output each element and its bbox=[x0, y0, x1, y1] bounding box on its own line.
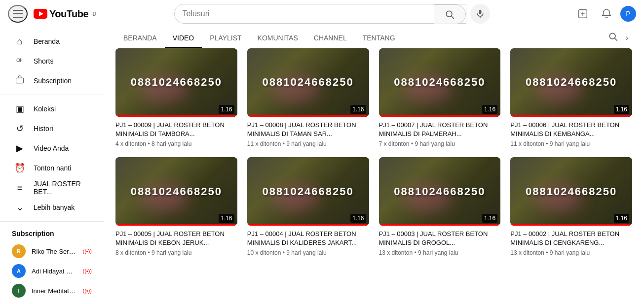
thumb-number-1: 0881024668250 bbox=[263, 76, 354, 89]
video-meta-2: 7 x ditonton • 9 hari yang lalu bbox=[379, 140, 501, 147]
mic-button[interactable] bbox=[470, 4, 490, 24]
video-info-2: PJ1 – 00007 | JUAL ROSTER BETON MINIMALI… bbox=[379, 117, 501, 147]
video-thumbnail-6: 0881024668250 1.16 bbox=[379, 157, 501, 226]
video-info-3: PJ1 – 00006 | JUAL ROSTER BETON MINIMALI… bbox=[510, 117, 632, 147]
thumb-duration-4: 1.16 bbox=[219, 214, 234, 223]
bell-icon bbox=[601, 8, 612, 19]
video-thumbnail-1: 0881024668250 1.16 bbox=[247, 48, 369, 117]
search-input[interactable] bbox=[175, 4, 434, 23]
video-thumbnail-0: 0881024668250 1.16 bbox=[115, 48, 237, 117]
thumb-number-2: 0881024668250 bbox=[394, 76, 485, 89]
search-area bbox=[174, 4, 490, 24]
video-card-7[interactable]: 0881024668250 1.16 PJ1 – 00002 | JUAL RO… bbox=[510, 157, 632, 256]
video-card-2[interactable]: 0881024668250 1.16 PJ1 – 00007 | JUAL RO… bbox=[379, 48, 501, 147]
create-icon bbox=[577, 8, 588, 19]
youtube-logo[interactable]: YouTubeID bbox=[34, 8, 96, 20]
sidebar-item-video-anda[interactable]: ▶ Video Anda bbox=[4, 138, 100, 158]
tab-search-icon[interactable] bbox=[604, 28, 622, 48]
sidebar-item-histori[interactable]: ↺ Histori bbox=[4, 119, 100, 138]
channel-tabs: BERANDA VIDEO PLAYLIST KOMUNITAS CHANNEL… bbox=[104, 28, 644, 48]
video-card-4[interactable]: 0881024668250 1.16 PJ1 – 00005 | JUAL RO… bbox=[115, 157, 237, 256]
thumb-red-bar-6 bbox=[379, 224, 501, 226]
thumb-number-4: 0881024668250 bbox=[131, 185, 222, 198]
sidebar-item-lebih-banyak[interactable]: ⌄ Lebih banyak bbox=[4, 198, 100, 217]
video-card-5[interactable]: 0881024668250 1.16 PJ1 – 00004 | JUAL RO… bbox=[247, 157, 369, 256]
video-info-4: PJ1 – 00005 | JUAL ROSTER BETON MINIMALI… bbox=[115, 226, 237, 256]
hamburger-menu[interactable] bbox=[8, 5, 28, 23]
video-title-3: PJ1 – 00006 | JUAL ROSTER BETON MINIMALI… bbox=[510, 121, 632, 138]
video-thumbnail-4: 0881024668250 1.16 bbox=[115, 157, 237, 226]
user-avatar[interactable]: P bbox=[620, 6, 636, 22]
tab-komunitas[interactable]: KOMUNITAS bbox=[250, 28, 306, 48]
sidebar-item-koleksi[interactable]: ▣ Koleksi bbox=[4, 99, 100, 119]
thumb-red-bar-7 bbox=[510, 224, 632, 226]
sub-avatar-riko: R bbox=[12, 244, 26, 258]
video-card-6[interactable]: 0881024668250 1.16 PJ1 – 00003 | JUAL RO… bbox=[379, 157, 501, 256]
sidebar-item-tonton-nanti[interactable]: ⏰ Tonton nanti bbox=[4, 158, 100, 178]
thumb-duration-6: 1.16 bbox=[482, 214, 497, 223]
tabs-next-arrow[interactable]: › bbox=[622, 30, 632, 46]
sidebar-label-lebih-banyak: Lebih banyak bbox=[34, 203, 75, 211]
thumb-red-bar-4 bbox=[115, 224, 237, 226]
thumb-duration-0: 1.16 bbox=[219, 105, 234, 114]
tab-tentang[interactable]: TENTANG bbox=[355, 28, 403, 48]
sidebar-item-subscription[interactable]: Subscription bbox=[4, 71, 100, 91]
video-title-0: PJ1 – 00009 | JUAL ROSTER BETON MINIMALI… bbox=[115, 121, 237, 138]
video-meta-7: 13 x ditonton • 9 hari yang lalu bbox=[510, 249, 632, 256]
sidebar-label-beranda: Beranda bbox=[34, 37, 60, 45]
video-anda-icon: ▶ bbox=[14, 143, 26, 154]
sub-avatar-adi: A bbox=[12, 264, 26, 278]
video-card-1[interactable]: 0881024668250 1.16 PJ1 – 00008 | JUAL RO… bbox=[247, 48, 369, 147]
sidebar-item-shorts[interactable]: Shorts bbox=[4, 51, 100, 71]
create-button[interactable] bbox=[573, 4, 593, 24]
sidebar-label-tonton-nanti: Tonton nanti bbox=[34, 164, 71, 172]
video-card-3[interactable]: 0881024668250 1.16 PJ1 – 00006 | JUAL RO… bbox=[510, 48, 632, 147]
tab-video[interactable]: VIDEO bbox=[165, 28, 202, 48]
sidebar-label-subscription: Subscription bbox=[34, 77, 72, 85]
main-content: BERANDA VIDEO PLAYLIST KOMUNITAS CHANNEL… bbox=[104, 28, 644, 304]
thumb-number-7: 0881024668250 bbox=[526, 185, 617, 198]
thumb-duration-2: 1.16 bbox=[482, 105, 497, 114]
sidebar-sub-inner[interactable]: I Inner Meditation ... ((•)) bbox=[4, 281, 100, 301]
sub-name-inner: Inner Meditation ... bbox=[32, 287, 76, 295]
sub-avatar-inner: I bbox=[12, 284, 26, 298]
sidebar-sub-adi[interactable]: A Adi Hidayat Offici... ((•)) bbox=[4, 261, 100, 281]
thumb-duration-3: 1.16 bbox=[614, 105, 629, 114]
svg-line-3 bbox=[452, 16, 454, 19]
video-card-0[interactable]: 0881024668250 1.16 PJ1 – 00009 | JUAL RO… bbox=[115, 48, 237, 147]
thumb-duration-1: 1.16 bbox=[350, 105, 366, 114]
sidebar-label-video-anda: Video Anda bbox=[34, 144, 69, 152]
tab-channel[interactable]: CHANNEL bbox=[306, 28, 355, 48]
home-icon: ⌂ bbox=[14, 36, 26, 47]
video-title-2: PJ1 – 00007 | JUAL ROSTER BETON MINIMALI… bbox=[379, 121, 501, 138]
video-title-1: PJ1 – 00008 | JUAL ROSTER BETON MINIMALI… bbox=[247, 121, 369, 138]
video-thumbnail-7: 0881024668250 1.16 bbox=[510, 157, 632, 226]
video-meta-3: 11 x ditonton • 9 hari yang lalu bbox=[510, 140, 632, 147]
sidebar-item-beranda[interactable]: ⌂ Beranda bbox=[4, 32, 100, 51]
thumb-number-6: 0881024668250 bbox=[394, 185, 485, 198]
sub-name-adi: Adi Hidayat Offici... bbox=[32, 268, 76, 275]
logo-area: YouTubeID bbox=[8, 5, 116, 23]
search-icon bbox=[445, 9, 455, 19]
video-meta-4: 8 x ditonton • 9 hari yang lalu bbox=[115, 249, 237, 256]
sidebar-divider-2 bbox=[0, 221, 104, 222]
shorts-icon bbox=[14, 56, 26, 67]
thumb-red-bar-0 bbox=[115, 115, 237, 117]
top-navigation: YouTubeID P bbox=[0, 0, 644, 28]
tab-beranda[interactable]: BERANDA bbox=[115, 28, 165, 48]
sidebar-divider-1 bbox=[0, 95, 104, 95]
video-info-1: PJ1 – 00008 | JUAL ROSTER BETON MINIMALI… bbox=[247, 117, 369, 147]
search-button[interactable] bbox=[434, 4, 466, 24]
jual-roster-icon: ≡ bbox=[14, 183, 26, 193]
thumb-red-bar-2 bbox=[379, 115, 501, 117]
notifications-button[interactable] bbox=[597, 4, 616, 24]
thumb-number-3: 0881024668250 bbox=[526, 76, 617, 89]
video-info-6: PJ1 – 00003 | JUAL ROSTER BETON MINIMALI… bbox=[379, 226, 501, 256]
search-bar bbox=[174, 4, 466, 24]
tab-playlist[interactable]: PLAYLIST bbox=[202, 28, 249, 48]
koleksi-icon: ▣ bbox=[14, 103, 26, 114]
subscription-icon bbox=[14, 75, 26, 87]
sidebar-item-jual-roster[interactable]: ≡ JUAL ROSTER BET... bbox=[4, 178, 100, 198]
sidebar-sub-riko[interactable]: R Riko The Series ((•)) bbox=[4, 241, 100, 261]
thumb-red-bar-5 bbox=[247, 224, 369, 226]
